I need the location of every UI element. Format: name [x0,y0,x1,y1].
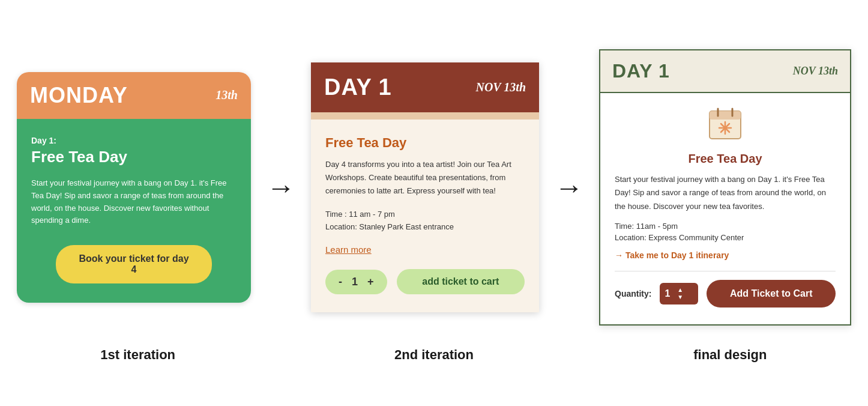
arrow1-icon: → [267,173,295,202]
arrow2-icon: → [555,173,583,202]
card2-qty-minus-button[interactable]: - [336,276,345,288]
arrow2-container: → [539,173,599,202]
card2-time: Time : 11 am - 7 pm [325,210,525,219]
add-ticket-to-cart-button-v2[interactable]: add ticket to cart [397,269,525,294]
card2-description: Day 4 transforms you into a tea artist! … [325,158,525,198]
card3-header: DAY 1 NOV 13th [600,50,850,93]
calendar-icon-container [615,105,836,144]
card3-quantity-stepper[interactable]: 1 ▲ ▼ [660,283,698,304]
label-iteration2: 2nd iteration [316,347,552,363]
card2-qty-plus-button[interactable]: + [365,276,376,288]
card3-stepper-arrows: ▲ ▼ [675,283,686,304]
card2-event-title: Free Tea Day [325,135,525,151]
card1-iteration1: MONDAY 13th Day 1: Free Tea Day Start yo… [17,72,251,303]
card3-divider [615,271,836,271]
card2-day-label: DAY 1 [324,74,392,100]
card3-quantity-row: Quantity: 1 ▲ ▼ Add Ticket to Cart [615,280,836,308]
card1-description: Start your festival journey with a bang … [31,177,237,227]
label-iteration1: 1st iteration [20,347,256,363]
card2-iteration2: DAY 1 NOV 13th Free Tea Day Day 4 transf… [311,62,539,312]
card3-date-label: NOV 13th [793,65,838,77]
card1-day-label: MONDAY [30,83,128,108]
add-ticket-to-cart-button-final[interactable]: Add Ticket to Cart [707,280,836,308]
card3-day-label: DAY 1 [612,60,670,82]
calendar-icon [706,105,744,144]
card1-title: Free Tea Day [31,148,237,166]
card1-subtitle: Day 1: [31,136,237,145]
card3-description: Start your festival journey with a bang … [615,173,836,213]
card2-quantity-control: - 1 + [325,270,387,294]
card1-body: Day 1: Free Tea Day Start your festival … [17,119,251,303]
labels-row: 1st iteration 2nd iteration final design [20,347,848,363]
card3-event-title: Free Tea Day [615,152,836,166]
card2-cart-row: - 1 + add ticket to cart [325,269,525,294]
card2-subheader [311,112,539,120]
card2-qty-value: 1 [352,276,358,288]
card1-header: MONDAY 13th [17,72,251,119]
card3-qty-value: 1 [660,288,675,299]
card1-date-label: 13th [215,88,238,102]
itinerary-link[interactable]: → Take me to Day 1 itinerary [615,250,836,260]
card3-time: Time: 11am - 5pm [615,222,836,231]
card3-qty-label: Quantity: [615,289,651,298]
card2-body: Free Tea Day Day 4 transforms you into a… [311,120,539,312]
label-final-design: final design [612,347,848,363]
card3-location: Location: Express Community Center [615,233,836,242]
learn-more-link[interactable]: Learn more [325,244,525,255]
main-container: MONDAY 13th Day 1: Free Tea Day Start yo… [20,49,848,325]
card2-location: Location: Stanley Park East entrance [325,222,525,231]
card3-final-design: DAY 1 NOV 13th Fr [599,49,851,325]
card3-body: Free Tea Day Start your festival journey… [600,93,850,324]
card2-header: DAY 1 NOV 13th [311,62,539,112]
card3-qty-down-button[interactable]: ▼ [675,294,686,301]
book-ticket-button[interactable]: Book your ticket for day 4 [56,245,212,283]
arrow1-container: → [251,173,311,202]
card2-date-label: NOV 13th [475,80,526,94]
svg-rect-1 [710,111,741,120]
card3-qty-up-button[interactable]: ▲ [675,286,686,294]
